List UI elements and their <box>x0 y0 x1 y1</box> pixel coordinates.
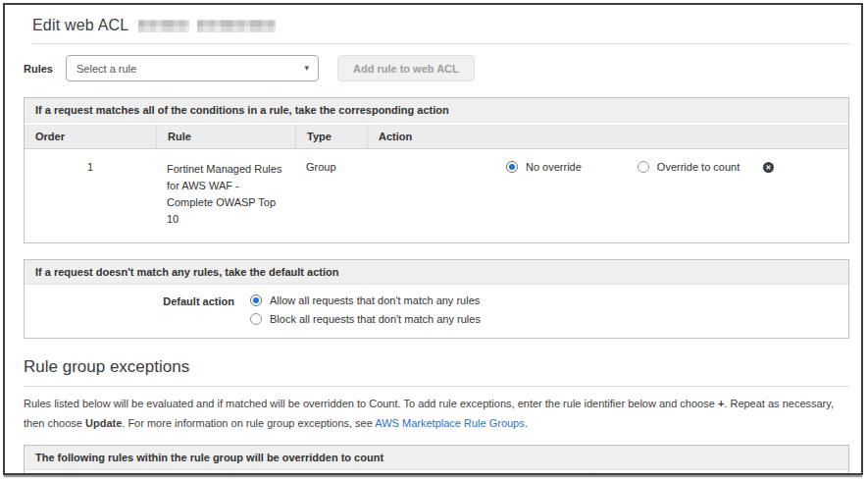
column-header-action: Action <box>367 125 848 148</box>
rules-bar: Rules Select a rule ▾ Add rule to web AC… <box>24 55 849 81</box>
rule-select-value: Select a rule <box>77 63 136 75</box>
aws-marketplace-rule-groups-link[interactable]: AWS Marketplace Rule Groups <box>375 417 524 429</box>
radio-button-icon[interactable] <box>638 161 649 173</box>
column-header-status: Status <box>595 472 848 475</box>
allow-option-label: Allow all requests that don't match any … <box>270 295 480 306</box>
no-override-option[interactable]: No override <box>506 161 582 173</box>
rules-panel: If a request matches all of the conditio… <box>24 97 849 243</box>
rule-order: 1 <box>25 158 156 228</box>
exceptions-description: Rules listed below will be evaluated and… <box>24 395 849 434</box>
allow-option[interactable]: Allow all requests that don't match any … <box>250 295 481 306</box>
rules-panel-header: If a request matches all of the conditio… <box>25 98 848 123</box>
block-option[interactable]: Block all requests that don't match any … <box>250 313 481 325</box>
block-option-label: Block all requests that don't match any … <box>270 313 481 325</box>
rule-group-exceptions-heading: Rule group exceptions <box>24 357 849 377</box>
redacted-acl-name <box>138 20 189 32</box>
page-title-text: Edit web ACL <box>32 17 128 34</box>
no-override-label: No override <box>526 161 582 173</box>
column-header-type: Type <box>295 125 367 148</box>
exceptions-panel-header: The following rules within the rule grou… <box>25 446 848 470</box>
page-title: Edit web ACL <box>32 17 849 34</box>
default-action-panel: If a request doesn't match any rules, ta… <box>24 259 849 339</box>
add-rule-button[interactable]: Add rule to web ACL <box>337 55 475 81</box>
default-action-label: Default action <box>25 295 234 325</box>
column-header-order: Order <box>25 125 156 148</box>
default-action-body: Default action Allow all requests that d… <box>25 285 848 338</box>
override-to-count-label: Override to count <box>657 161 740 173</box>
desc-text: . For more information on rule group exc… <box>122 417 375 429</box>
redacted-acl-name <box>197 20 276 32</box>
radio-button-icon[interactable] <box>250 295 262 306</box>
default-action-options: Allow all requests that don't match any … <box>250 295 481 325</box>
column-header-rule: Rule <box>156 125 295 148</box>
exceptions-panel: The following rules within the rule grou… <box>24 445 849 475</box>
rule-action-cell: No override Override to count <box>367 158 848 228</box>
override-to-count-option[interactable]: Override to count <box>638 161 740 173</box>
default-panel-header: If a request doesn't match any rules, ta… <box>25 260 848 285</box>
caret-down-icon: ▾ <box>304 63 309 73</box>
title-divider <box>32 43 849 44</box>
radio-button-icon[interactable] <box>506 161 518 173</box>
update-text: Update <box>85 417 122 429</box>
rule-select[interactable]: Select a rule ▾ <box>66 55 319 81</box>
radio-button-icon[interactable] <box>250 313 262 325</box>
column-header-rule-group-name: Rule group name <box>25 472 595 475</box>
exceptions-table-header: Rule group name Status <box>25 470 848 475</box>
rule-name: Fortinet Managed Rules for AWS WAF - Com… <box>156 158 295 228</box>
section-divider <box>24 386 849 387</box>
rules-table-header: Order Rule Type Action <box>25 123 848 149</box>
page-frame: Edit web ACL Rules Select a rule ▾ Add r… <box>3 3 863 475</box>
desc-text: Rules listed below will be evaluated and… <box>24 398 718 409</box>
table-row: 1 Fortinet Managed Rules for AWS WAF - C… <box>25 149 848 242</box>
rule-type: Group <box>295 158 367 228</box>
circle-x-icon[interactable] <box>763 162 774 173</box>
rules-label: Rules <box>24 63 66 75</box>
desc-text: . <box>525 417 528 429</box>
